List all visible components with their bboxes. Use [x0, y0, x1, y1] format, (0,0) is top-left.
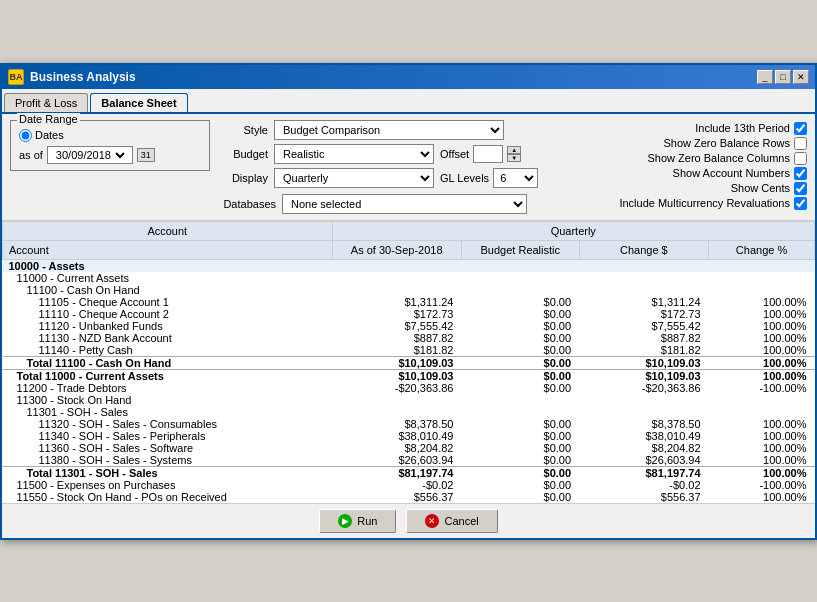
show-zero-cols-label: Show Zero Balance Columns: [648, 152, 790, 164]
change-pct-cell: 100.00%: [709, 369, 815, 382]
show-account-numbers-label: Show Account Numbers: [673, 167, 790, 179]
checkbox-show-cents: Show Cents: [619, 182, 807, 195]
show-account-numbers-checkbox[interactable]: [794, 167, 807, 180]
account-col-header: Account: [3, 221, 333, 240]
budget-subheader: Budget Realistic: [461, 240, 579, 259]
change-dollar-cell: [579, 272, 708, 284]
account-cell: Total 11100 - Cash On Hand: [3, 356, 333, 369]
offset-up-button[interactable]: ▲: [507, 146, 521, 154]
account-cell: 11105 - Cheque Account 1: [3, 296, 333, 308]
show-cents-label: Show Cents: [731, 182, 790, 194]
offset-input[interactable]: 0: [473, 145, 503, 163]
budget-cell: $0.00: [461, 344, 579, 357]
as-of-cell: [332, 406, 461, 418]
gl-levels-label: GL Levels: [440, 172, 489, 184]
account-cell: 11360 - SOH - Sales - Software: [3, 442, 333, 454]
budget-cell: [461, 394, 579, 406]
change-dollar-cell: [579, 259, 708, 272]
title-bar-left: BA Business Analysis: [8, 69, 136, 85]
account-cell: 11100 - Cash On Hand: [3, 284, 333, 296]
budget-cell: $0.00: [461, 382, 579, 394]
databases-select[interactable]: None selected: [282, 194, 527, 214]
col-header-row: Account Quarterly: [3, 221, 815, 240]
account-subheader: Account: [3, 240, 333, 259]
date-input-group: 30/09/2018: [47, 146, 133, 164]
account-cell: 11301 - SOH - Sales: [3, 406, 333, 418]
checkbox-show-zero-rows: Show Zero Balance Rows: [619, 137, 807, 150]
date-select[interactable]: 30/09/2018: [52, 148, 128, 162]
tab-balance-sheet[interactable]: Balance Sheet: [90, 93, 187, 112]
bottom-bar: ▶ Run ✕ Cancel: [2, 503, 815, 538]
show-cents-checkbox[interactable]: [794, 182, 807, 195]
budget-cell: $0.00: [461, 332, 579, 344]
tab-profit-loss[interactable]: Profit & Loss: [4, 93, 88, 112]
checkbox-include-13th: Include 13th Period: [619, 122, 807, 135]
change-dollar-cell: $181.82: [579, 344, 708, 357]
budget-cell: [461, 406, 579, 418]
as-of-cell: $81,197.74: [332, 466, 461, 479]
tabs-bar: Profit & Loss Balance Sheet: [2, 89, 815, 114]
table-row: Total 11000 - Current Assets$10,109.03$0…: [3, 369, 815, 382]
sub-header-row: Account As of 30-Sep-2018 Budget Realist…: [3, 240, 815, 259]
offset-label: Offset: [440, 148, 469, 160]
change-pct-cell: 100.00%: [709, 320, 815, 332]
table-row: 11120 - Unbanked Funds$7,555.42$0.00$7,5…: [3, 320, 815, 332]
display-row: Display Quarterly GL Levels 6: [216, 168, 613, 188]
restore-button[interactable]: □: [775, 70, 791, 84]
account-cell: 11000 - Current Assets: [3, 272, 333, 284]
style-select[interactable]: Budget Comparison: [274, 120, 504, 140]
account-cell: 11110 - Cheque Account 2: [3, 308, 333, 320]
offset-down-button[interactable]: ▼: [507, 154, 521, 162]
account-cell: 10000 - Assets: [3, 259, 333, 272]
budget-cell: [461, 272, 579, 284]
change-pct-cell: 100.00%: [709, 356, 815, 369]
change-dollar-cell: $38,010.49: [579, 430, 708, 442]
offset-group: Offset 0 ▲ ▼: [440, 145, 521, 163]
as-of-cell: $181.82: [332, 344, 461, 357]
change-dollar-cell: [579, 394, 708, 406]
show-zero-rows-checkbox[interactable]: [794, 137, 807, 150]
close-button[interactable]: ✕: [793, 70, 809, 84]
as-of-cell: $26,603.94: [332, 454, 461, 467]
budget-cell: $0.00: [461, 418, 579, 430]
app-icon: BA: [8, 69, 24, 85]
gl-levels-select[interactable]: 6: [493, 168, 538, 188]
cancel-button[interactable]: ✕ Cancel: [406, 509, 497, 533]
show-zero-cols-checkbox[interactable]: [794, 152, 807, 165]
title-bar: BA Business Analysis _ □ ✕: [2, 65, 815, 89]
date-range-label: Date Range: [17, 113, 80, 125]
display-select[interactable]: Quarterly: [274, 168, 434, 188]
table-row: 11140 - Petty Cash$181.82$0.00$181.82100…: [3, 344, 815, 357]
as-of-row: as of 30/09/2018 31: [19, 146, 201, 164]
change-dollar-cell: $26,603.94: [579, 454, 708, 467]
change-pct-cell: 100.00%: [709, 466, 815, 479]
dates-radio-label[interactable]: Dates: [19, 129, 64, 142]
change-pct-cell: 100.00%: [709, 418, 815, 430]
minimize-button[interactable]: _: [757, 70, 773, 84]
dates-radio[interactable]: [19, 129, 32, 142]
account-cell: Total 11000 - Current Assets: [3, 369, 333, 382]
run-icon: ▶: [338, 514, 352, 528]
calendar-button[interactable]: 31: [137, 148, 155, 162]
multicurrency-label: Include Multicurrency Revaluations: [619, 197, 790, 209]
offset-spinners: ▲ ▼: [507, 146, 521, 162]
change-pct-cell: -100.00%: [709, 382, 815, 394]
as-of-cell: [332, 394, 461, 406]
budget-label: Budget: [216, 148, 268, 160]
change-dollar-cell: $8,204.82: [579, 442, 708, 454]
budget-cell: $0.00: [461, 320, 579, 332]
table-row: 11500 - Expenses on Purchases-$0.02$0.00…: [3, 479, 815, 491]
change-dollar-cell: $556.37: [579, 491, 708, 503]
change-pct-cell: [709, 259, 815, 272]
account-cell: 11380 - SOH - Sales - Systems: [3, 454, 333, 467]
quarterly-col-header: Quarterly: [332, 221, 815, 240]
include-13th-checkbox[interactable]: [794, 122, 807, 135]
controls-row: Date Range Dates as of 30/09/2018: [10, 120, 807, 214]
run-button[interactable]: ▶ Run: [319, 509, 396, 533]
budget-row: Budget Realistic Offset 0 ▲ ▼: [216, 144, 613, 164]
budget-select[interactable]: Realistic: [274, 144, 434, 164]
change-dollar-cell: -$0.02: [579, 479, 708, 491]
account-cell: 11130 - NZD Bank Account: [3, 332, 333, 344]
budget-cell: $0.00: [461, 430, 579, 442]
multicurrency-checkbox[interactable]: [794, 197, 807, 210]
